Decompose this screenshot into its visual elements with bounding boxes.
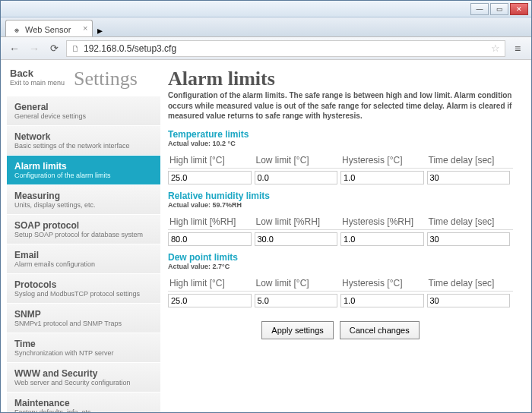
sidebar-back-sub: Exit to main menu: [10, 79, 65, 87]
rh-hyst-label: Hysteresis [%RH]: [340, 213, 427, 230]
temp-high-input[interactable]: [168, 171, 252, 184]
minimize-button[interactable]: —: [470, 3, 489, 15]
window-titlebar: — ▭ ✕: [1, 1, 531, 17]
sidebar-item-email[interactable]: EmailAlarm emails configuration: [7, 244, 160, 274]
sidebar-item-soap-protocol[interactable]: SOAP protocolSetup SOAP protocol for dat…: [7, 215, 160, 244]
sidebar-item-sub: General device settings: [14, 112, 153, 120]
temp-delay-input[interactable]: [427, 171, 511, 184]
sidebar-item-sub: Setup SOAP protocol for database system: [14, 231, 153, 238]
sidebar-item-title: SOAP protocol: [14, 220, 153, 231]
sidebar-item-sub: Synchronization with NTP server: [14, 349, 153, 357]
page-icon: 🗋: [71, 44, 80, 53]
sidebar-item-title: Network: [14, 131, 153, 142]
sidebar-item-title: Alarm limits: [14, 161, 153, 172]
maximize-button[interactable]: ▭: [490, 3, 508, 15]
sidebar-item-sub: Web server and Security configuration: [14, 379, 153, 386]
sidebar-item-network[interactable]: NetworkBasic settings of the network int…: [7, 126, 160, 156]
sidebar-item-title: Maintenance: [14, 398, 153, 408]
sidebar-item-title: WWW and Security: [14, 368, 153, 379]
dew-delay-label: Time delay [sec]: [427, 275, 514, 292]
sidebar-item-www-and-security[interactable]: WWW and SecurityWeb server and Security …: [7, 363, 160, 393]
settings-heading: Settings: [74, 68, 138, 90]
sidebar-item-title: General: [14, 102, 153, 112]
dew-delay-input[interactable]: [427, 294, 511, 307]
temp-hyst-input[interactable]: [340, 171, 424, 184]
temp-table: High limit [°C] Low limit [°C] Hysteresi…: [168, 152, 513, 186]
page-description: Configuration of the alarm limits. The s…: [168, 90, 513, 121]
dew-high-label: High limit [°C]: [168, 275, 255, 292]
tab-bar: ⎈ Web Sensor × ▸: [1, 17, 531, 37]
dew-high-input[interactable]: [168, 294, 252, 307]
main-panel: Alarm limits Configuration of the alarm …: [160, 60, 531, 412]
sidebar-item-sub: Factory defaults, info, etc.: [14, 408, 153, 412]
tab-title: Web Sensor: [25, 25, 71, 34]
temp-section-title: Temperature limits: [168, 129, 513, 140]
temp-low-label: Low limit [°C]: [255, 152, 341, 169]
sidebar-item-snmp[interactable]: SNMPSNMPv1 protocol and SNMP Traps: [7, 304, 160, 333]
page-title: Alarm limits: [168, 68, 513, 90]
sidebar-item-title: Time: [14, 339, 153, 349]
sidebar-item-title: SNMP: [14, 309, 153, 320]
sidebar-item-title: Measuring: [14, 191, 153, 201]
rh-table: High limit [%RH] Low limit [%RH] Hystere…: [168, 213, 513, 247]
rh-low-input[interactable]: [255, 232, 338, 246]
dew-low-input[interactable]: [255, 294, 338, 307]
sidebar-back[interactable]: Back Exit to main menu: [10, 68, 65, 87]
sidebar-item-protocols[interactable]: ProtocolsSyslog and ModbusTCP protocol s…: [7, 274, 160, 304]
url-input[interactable]: 🗋 192.168.0.5/setup3.cfg ☆: [66, 40, 505, 57]
tab-close-icon[interactable]: ×: [83, 24, 87, 33]
rh-high-label: High limit [%RH]: [168, 213, 255, 230]
sidebar-item-alarm-limits[interactable]: Alarm limitsConfiguration of the alarm l…: [7, 156, 160, 185]
window-close-button[interactable]: ✕: [510, 3, 528, 15]
rh-actual-value: Actual value: 59.7%RH: [168, 201, 513, 209]
new-tab-icon[interactable]: ▸: [97, 24, 103, 36]
rh-high-input[interactable]: [168, 232, 252, 246]
temp-low-input[interactable]: [255, 171, 338, 184]
sidebar-back-title: Back: [10, 68, 65, 79]
sidebar-item-time[interactable]: TimeSynchronization with NTP server: [7, 333, 160, 363]
dew-hyst-input[interactable]: [340, 294, 424, 307]
rh-delay-input[interactable]: [427, 232, 511, 246]
cancel-button[interactable]: Cancel changes: [340, 321, 420, 339]
rh-section-title: Relative humidity limits: [168, 191, 513, 201]
rh-low-label: Low limit [%RH]: [255, 213, 341, 230]
sidebar-item-sub: SNMPv1 protocol and SNMP Traps: [14, 320, 153, 327]
back-icon[interactable]: ←: [7, 41, 22, 56]
dew-actual-value: Actual value: 2.7°C: [168, 263, 513, 270]
dew-table: High limit [°C] Low limit [°C] Hysteresi…: [168, 275, 513, 309]
apply-button[interactable]: Apply settings: [261, 321, 333, 339]
sidebar-item-title: Protocols: [14, 279, 153, 290]
reload-icon[interactable]: ⟳: [46, 41, 62, 56]
url-text: 192.168.0.5/setup3.cfg: [84, 43, 176, 54]
address-bar: ← → ⟳ 🗋 192.168.0.5/setup3.cfg ☆ ≡: [1, 37, 531, 60]
forward-icon[interactable]: →: [27, 41, 42, 56]
temp-actual-value: Actual value: 10.2 °C: [168, 140, 513, 147]
sidebar-item-sub: Units, display settings, etc.: [14, 201, 153, 209]
sidebar-item-sub: Configuration of the alarm limits: [14, 172, 153, 179]
sidebar-item-general[interactable]: GeneralGeneral device settings: [7, 96, 160, 126]
rh-hyst-input[interactable]: [340, 232, 424, 246]
sidebar: Back Exit to main menu Settings GeneralG…: [1, 60, 160, 412]
sidebar-item-measuring[interactable]: MeasuringUnits, display settings, etc.: [7, 185, 160, 215]
sidebar-item-sub: Syslog and ModbusTCP protocol settings: [14, 290, 153, 298]
dew-low-label: Low limit [°C]: [255, 275, 341, 292]
sidebar-item-title: Email: [14, 250, 153, 260]
browser-tab[interactable]: ⎈ Web Sensor ×: [5, 20, 93, 36]
sidebar-item-maintenance[interactable]: MaintenanceFactory defaults, info, etc.: [7, 393, 160, 412]
sidebar-item-sub: Basic settings of the network interface: [14, 142, 153, 150]
temp-hyst-label: Hysteresis [°C]: [340, 152, 427, 169]
dew-section-title: Dew point limits: [168, 252, 513, 263]
rh-delay-label: Time delay [sec]: [427, 213, 514, 230]
sidebar-item-sub: Alarm emails configuration: [14, 260, 153, 268]
dew-hyst-label: Hysteresis [°C]: [340, 275, 427, 292]
browser-menu-icon[interactable]: ≡: [510, 41, 525, 56]
temp-delay-label: Time delay [sec]: [427, 152, 514, 169]
favicon-icon: ⎈: [12, 25, 21, 34]
temp-high-label: High limit [°C]: [168, 152, 255, 169]
bookmark-star-icon[interactable]: ☆: [491, 43, 500, 54]
